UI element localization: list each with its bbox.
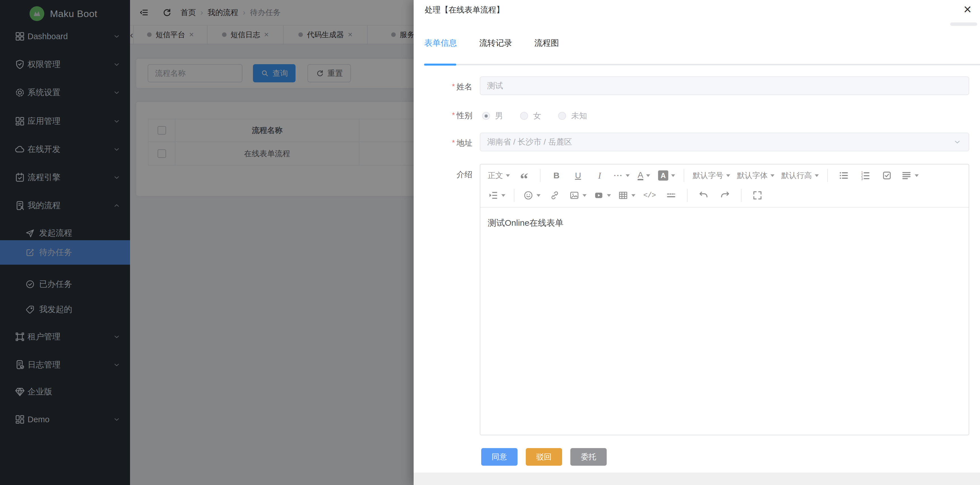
gender-radio-3[interactable]: 未知: [558, 110, 587, 121]
gender-field-label: *性别: [424, 110, 473, 121]
ordered-list-icon: 123: [860, 170, 871, 181]
drawer-actions: 同意驳回委托: [481, 448, 607, 466]
todo-list-button[interactable]: [877, 167, 897, 183]
justify-dropdown[interactable]: [899, 167, 921, 183]
drawer-title: 处理【在线表单流程】: [425, 5, 504, 15]
bold-button[interactable]: B: [547, 167, 566, 183]
active-tab-indicator: [424, 64, 456, 65]
svg-text:3: 3: [861, 177, 863, 181]
tabs-track: [424, 64, 980, 65]
drawer-footer-strip: [414, 472, 980, 485]
intro-field-label: 介绍: [424, 169, 473, 180]
font-family-dropdown[interactable]: 默认字体: [735, 167, 777, 183]
toolbar-divider: [827, 169, 828, 182]
todo-icon: [881, 170, 892, 181]
toolbar-item-label: 默认行高: [781, 170, 812, 181]
reject-button[interactable]: 驳回: [526, 448, 562, 466]
image-dropdown[interactable]: [566, 188, 589, 203]
fullscreen-button[interactable]: [748, 188, 767, 203]
caret-down-icon: [506, 174, 510, 177]
video-dropdown[interactable]: [591, 188, 613, 203]
gender-radio-group: 男女未知: [482, 110, 604, 121]
caret-down-icon: [536, 194, 541, 197]
drawer-tabs: 表单信息流转记录流程图: [424, 38, 559, 57]
redo-button[interactable]: [716, 188, 735, 203]
radio-circle-icon: [520, 112, 528, 120]
radio-label: 未知: [571, 110, 587, 121]
undo-icon: [698, 190, 709, 201]
process-drawer: 处理【在线表单流程】 × 表单信息流转记录流程图 *姓名 *性别 男女未知 *地…: [414, 0, 980, 485]
caret-down-icon: [582, 194, 587, 197]
bullet-list-button[interactable]: [834, 167, 853, 183]
drawer-tab-2[interactable]: 流转记录: [479, 38, 512, 57]
approve-button[interactable]: 同意: [481, 448, 517, 466]
caret-down-icon: [915, 174, 919, 177]
table-icon: [618, 190, 628, 201]
scrollbar-thumb[interactable]: [950, 22, 977, 26]
indent-dropdown[interactable]: [485, 188, 508, 203]
toolbar-divider: [687, 189, 687, 202]
font-color-dropdown[interactable]: A: [634, 167, 654, 183]
caret-down-icon: [726, 174, 730, 177]
divider-button[interactable]: [662, 188, 681, 203]
radio-circle-icon: [482, 112, 490, 120]
caret-down-icon: [770, 174, 775, 177]
name-field[interactable]: [480, 76, 969, 95]
radio-label: 女: [533, 110, 541, 121]
video-icon: [593, 190, 604, 201]
justify-icon: [901, 170, 912, 181]
address-field-label: *地址: [424, 138, 473, 148]
address-select[interactable]: 湖南省 / 长沙市 / 岳麓区: [480, 133, 969, 151]
toolbar-item-label: 正文: [488, 170, 503, 181]
gender-radio-2[interactable]: 女: [520, 110, 541, 121]
caret-down-icon: [815, 174, 819, 177]
table-dropdown[interactable]: [616, 188, 638, 203]
undo-button[interactable]: [694, 188, 713, 203]
radio-label: 男: [495, 110, 503, 121]
ordered-list-button[interactable]: 123: [856, 167, 875, 183]
gender-radio-1[interactable]: 男: [482, 110, 503, 121]
toolbar-divider: [741, 189, 741, 202]
radio-circle-icon: [558, 112, 566, 120]
modal-overlay[interactable]: [0, 0, 414, 485]
caret-down-icon: [671, 174, 675, 177]
redo-icon: [720, 190, 730, 201]
rich-text-editor: 正文“BUI···AA默认字号默认字体默认行高123</> 测试Online在线…: [480, 164, 969, 435]
more-styles-dropdown[interactable]: ···: [611, 167, 632, 183]
drawer-tab-3[interactable]: 流程图: [534, 38, 559, 57]
bg-color-dropdown[interactable]: A: [656, 167, 678, 183]
hr-icon: [666, 190, 676, 201]
toolbar-divider: [540, 169, 541, 182]
fullscreen-icon: [752, 190, 763, 201]
delegate-button[interactable]: 委托: [570, 448, 607, 466]
paragraph-style-dropdown[interactable]: 正文: [485, 167, 512, 183]
caret-down-icon: [632, 194, 635, 197]
emoji-icon: [523, 190, 534, 201]
toolbar-divider: [684, 169, 684, 182]
name-field-label: *姓名: [424, 81, 473, 92]
toolbar-item-label: 默认字体: [737, 170, 768, 181]
font-size-dropdown[interactable]: 默认字号: [690, 167, 732, 183]
editor-content[interactable]: 测试Online在线表单: [480, 208, 969, 239]
link-button[interactable]: [545, 188, 565, 203]
editor-toolbar: 正文“BUI···AA默认字号默认字体默认行高123</>: [480, 164, 969, 208]
italic-button[interactable]: I: [590, 167, 609, 183]
toolbar-divider: [514, 189, 514, 202]
drawer-tab-1[interactable]: 表单信息: [424, 38, 457, 57]
caret-down-icon: [607, 194, 611, 197]
app-root: Maku Boot Dashboard权限管理系统设置应用管理在线开发流程引擎我…: [0, 0, 980, 485]
image-icon: [569, 190, 580, 201]
required-mark: *: [452, 111, 455, 119]
caret-down-icon: [626, 174, 630, 177]
line-height-dropdown[interactable]: 默认行高: [779, 167, 821, 183]
code-block-button[interactable]: </>: [640, 188, 659, 203]
required-mark: *: [452, 82, 455, 91]
close-icon[interactable]: ×: [964, 0, 972, 18]
emoji-dropdown[interactable]: [521, 188, 543, 203]
required-mark: *: [452, 138, 455, 147]
toolbar-item-label: 默认字号: [693, 170, 723, 181]
blockquote-button[interactable]: “: [514, 167, 534, 183]
indent-icon: [488, 190, 498, 201]
link-icon: [549, 190, 560, 201]
underline-button[interactable]: U: [568, 167, 588, 183]
